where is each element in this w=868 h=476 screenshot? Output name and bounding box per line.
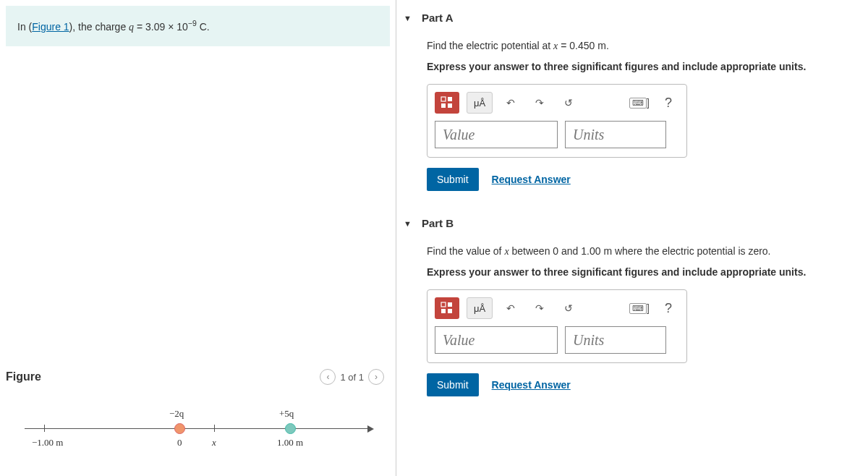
part-a-prompt-suffix: .: [606, 40, 609, 51]
figure-title: Figure: [6, 370, 41, 383]
axis-line: [25, 428, 370, 429]
label-x: x: [212, 437, 216, 449]
help-button[interactable]: ?: [658, 92, 679, 114]
part-b-header[interactable]: ▼ Part B: [404, 205, 861, 237]
problem-eq: = 3.09 × 10: [134, 21, 188, 33]
submit-button[interactable]: Submit: [427, 373, 479, 396]
figure-counter: 1 of 1: [340, 372, 364, 383]
templates-icon: [441, 96, 454, 109]
templates-button[interactable]: [435, 297, 459, 319]
tick-x: [214, 425, 215, 432]
part-b-answer-box: μÅ ↶ ↷ ↺ ⌨ ] ? Value Units: [427, 289, 687, 363]
svg-rect-6: [441, 309, 446, 313]
part-a-prompt: Find the electric potential at x = 0.450…: [427, 40, 861, 52]
undo-button[interactable]: ↶: [500, 92, 522, 114]
keyboard-button[interactable]: ⌨ ]: [629, 92, 650, 114]
part-a-title: Part A: [422, 12, 454, 24]
label-neg2q: −2q: [169, 408, 184, 420]
undo-button[interactable]: ↶: [500, 297, 522, 319]
part-a-toolbar: μÅ ↶ ↷ ↺ ⌨ ] ?: [435, 92, 679, 114]
problem-statement: In (Figure 1), the charge q = 3.09 × 10−…: [6, 6, 390, 46]
svg-rect-7: [448, 309, 452, 313]
part-b-body: Find the value of x between 0 and 1.00 m…: [404, 245, 861, 396]
part-a-body: Find the electric potential at x = 0.450…: [404, 40, 861, 191]
request-answer-link[interactable]: Request Answer: [492, 174, 571, 185]
part-a-instruction: Express your answer to three significant…: [427, 61, 861, 72]
label-zero: 0: [177, 437, 182, 449]
label-pos1m: 1.00 m: [277, 437, 303, 449]
svg-rect-0: [441, 97, 446, 101]
keyboard-button[interactable]: ⌨ ]: [629, 297, 650, 319]
part-b-prompt-mid: between 0 and 1.00 m where the electric …: [509, 245, 771, 257]
request-answer-link[interactable]: Request Answer: [492, 379, 571, 391]
svg-rect-2: [441, 103, 446, 108]
charge-neg2q: [174, 423, 185, 434]
svg-rect-5: [448, 302, 452, 307]
part-b-inputs: Value Units: [435, 326, 679, 354]
problem-exp: −9: [188, 19, 197, 27]
reset-button[interactable]: ↺: [558, 92, 579, 114]
figure-header: Figure ‹ 1 of 1 ›: [6, 366, 390, 394]
redo-button[interactable]: ↷: [529, 92, 550, 114]
reset-button[interactable]: ↺: [558, 297, 579, 319]
units-input[interactable]: Units: [565, 121, 666, 148]
part-a-header[interactable]: ▼ Part A: [404, 0, 861, 31]
part-b-instruction: Express your answer to three significant…: [427, 266, 861, 278]
value-input[interactable]: Value: [435, 326, 558, 354]
figure-diagram: −2q +5q −1.00 m 0 x 1.00 m: [12, 401, 384, 459]
figure-link[interactable]: Figure 1: [32, 21, 69, 33]
problem-unit: C.: [197, 21, 210, 33]
keyboard-icon: ⌨: [629, 303, 647, 314]
svg-rect-4: [441, 302, 446, 307]
templates-button[interactable]: [435, 92, 459, 114]
part-b-actions: Submit Request Answer: [427, 373, 861, 396]
right-column: ▼ Part A Find the electric potential at …: [396, 0, 868, 476]
units-input[interactable]: Units: [565, 326, 666, 354]
collapse-icon: ▼: [404, 14, 412, 22]
keyboard-icon: ⌨: [629, 98, 647, 109]
problem-text-prefix: In (: [17, 21, 32, 33]
submit-button[interactable]: Submit: [427, 168, 479, 191]
part-b-title: Part B: [422, 217, 454, 229]
figure-nav: ‹ 1 of 1 ›: [320, 369, 384, 385]
label-neg1m: −1.00 m: [32, 437, 63, 449]
figure-prev-button[interactable]: ‹: [320, 369, 336, 385]
redo-button[interactable]: ↷: [529, 297, 550, 319]
figure-block: Figure ‹ 1 of 1 › −2q +5q −1.00 m 0 x: [6, 366, 390, 459]
templates-icon: [441, 302, 454, 315]
value-input[interactable]: Value: [435, 121, 558, 148]
svg-rect-3: [448, 103, 452, 108]
charge-pos5q: [285, 423, 296, 434]
part-a-prompt-prefix: Find the electric potential at: [427, 40, 553, 51]
units-button[interactable]: μÅ: [467, 297, 493, 319]
problem-text-suffix1: ), the charge: [69, 21, 129, 33]
part-a-actions: Submit Request Answer: [427, 168, 861, 191]
part-b-toolbar: μÅ ↶ ↷ ↺ ⌨ ] ?: [435, 297, 679, 319]
part-b-prompt-prefix: Find the value of: [427, 245, 504, 257]
figure-next-button[interactable]: ›: [368, 369, 384, 385]
svg-rect-1: [448, 97, 452, 101]
part-a-prompt-eq: = 0.450 m: [558, 40, 606, 51]
part-a-inputs: Value Units: [435, 121, 679, 148]
part-a-answer-box: μÅ ↶ ↷ ↺ ⌨ ] ? Value Units: [427, 84, 687, 158]
tick-neg1: [44, 425, 45, 432]
left-column: In (Figure 1), the charge q = 3.09 × 10−…: [0, 0, 396, 476]
label-pos5q: +5q: [279, 408, 294, 420]
part-b-prompt: Find the value of x between 0 and 1.00 m…: [427, 245, 861, 258]
units-button[interactable]: μÅ: [467, 92, 493, 114]
help-button[interactable]: ?: [658, 297, 679, 319]
collapse-icon: ▼: [404, 219, 412, 228]
